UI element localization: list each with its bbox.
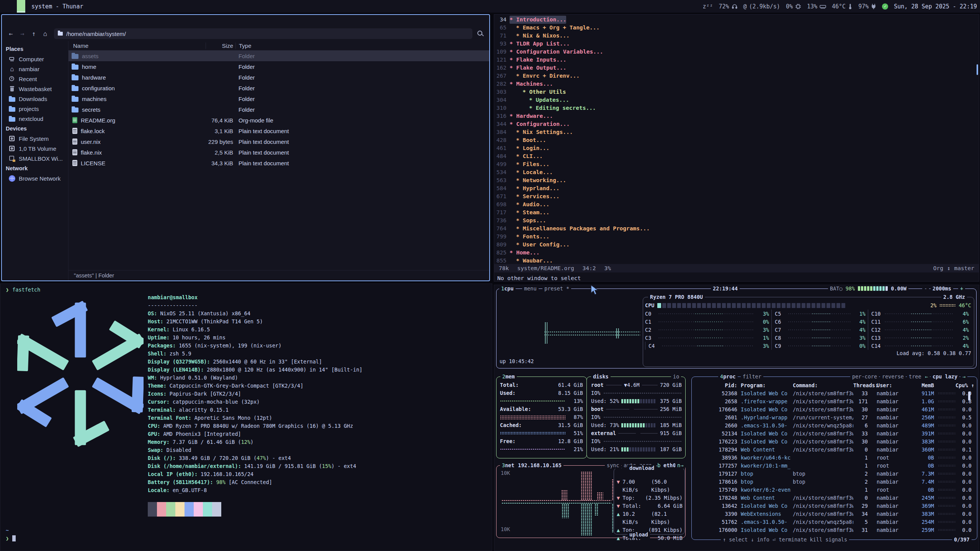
header-cpu[interactable]: Cpu% ↑	[956, 381, 972, 390]
back-button[interactable]: ←	[6, 30, 16, 37]
process-row[interactable]: 176223 Isolated Web Co /nix/store/sm8fmr…	[694, 438, 974, 446]
proc-tab[interactable]: 4proc	[718, 373, 738, 380]
process-row[interactable]: 2658 .firefox-wrappe /nix/store/sm8fmrf3…	[694, 398, 974, 406]
process-row[interactable]: 2660 .emacs-31.0.50- /nix/store/wnqz5pa8…	[694, 422, 974, 430]
proc-footer-actions[interactable]: ↑ select ↓ info ⏎ terminate kill signals	[721, 536, 849, 543]
org-heading-line[interactable]: 428 * Boot...	[496, 136, 979, 144]
sidebar-device-item[interactable]: File System	[2, 134, 68, 143]
home-button[interactable]: ⌂	[40, 30, 50, 37]
file-row[interactable]: assets Folder	[69, 51, 489, 61]
proc-tree-toggle[interactable]: tree	[907, 373, 923, 380]
fastfetch-terminal[interactable]: ❯fastfetch nambiar@smallbox ------------…	[0, 284, 492, 551]
process-row[interactable]: 178248 Web Content /nix/store/sm8fmrf3wp…	[694, 494, 974, 502]
org-heading-line[interactable]: 736 * Sops...	[496, 217, 979, 225]
path-bar[interactable]: /home/nambiar/system/	[54, 28, 472, 39]
org-heading-line[interactable]: 303 * Other Utils	[496, 88, 979, 96]
org-heading-line[interactable]: 109 * Configuration Variables...	[496, 48, 979, 56]
file-row[interactable]: user.nix 229 bytes Plain text document	[69, 136, 489, 147]
file-row[interactable]: machines Folder	[69, 93, 489, 104]
btop-terminal[interactable]: 1cpu menu preset * 22:19:44 BAT○ 98% 0.0…	[494, 285, 979, 551]
menu-button[interactable]: menu	[522, 285, 539, 292]
sidebar-place-item[interactable]: Computer	[2, 54, 68, 64]
org-heading-line[interactable]: 93 * TLDR App List...	[496, 40, 979, 48]
org-heading-line[interactable]: 71 * Nix & Nixos...	[496, 32, 979, 40]
process-row[interactable]: 13642 Isolated Web Co /nix/store/sm8fmrf…	[694, 502, 974, 510]
process-row[interactable]: 38936 kworker/u64:6-kc 1 root 0B 0.0	[694, 454, 974, 462]
org-heading-line[interactable]: 809 * User Config...	[496, 241, 979, 249]
org-heading-line[interactable]: 534 * Locale...	[496, 168, 979, 176]
header-command[interactable]: Command:	[793, 381, 853, 390]
up-button[interactable]: ↑	[29, 30, 39, 37]
sidebar-place-item[interactable]: ⌂ nambiar	[2, 64, 68, 74]
org-heading-line[interactable]: 344 * Configuration...	[496, 120, 979, 128]
sidebar-place-item[interactable]: Downloads	[2, 94, 68, 104]
sidebar-place-item[interactable]: Wastebasket	[2, 84, 68, 94]
process-row[interactable]: 3390 WebExtensions /nix/store/sm8fmrf3wp…	[694, 510, 974, 518]
org-heading-line[interactable]: 825 * Home...	[496, 249, 979, 257]
disks-tab[interactable]: disks	[591, 373, 611, 380]
org-heading-line[interactable]: 267 * Envrc + Direnv...	[496, 72, 979, 80]
process-row[interactable]: 175749 kworker/6:2-even 1 root 0B 0.0	[694, 486, 974, 494]
column-name[interactable]: Name	[69, 42, 206, 49]
emacs-modeline[interactable]: 78k system/README.org 34:2 3% Org ↕ mast…	[494, 264, 979, 272]
org-heading-line[interactable]: 34 * Introduction...	[496, 16, 979, 24]
proc-filter-button[interactable]: filter	[741, 373, 763, 380]
org-heading-line[interactable]: 282 * Machines...	[496, 80, 979, 88]
proc-sort-prev[interactable]: ←	[923, 373, 930, 380]
process-row[interactable]: 179127 btop btop 2 nambiar 7.3M 0.0	[694, 470, 974, 478]
file-row[interactable]: flake.nix 2,5 KiB Plain text document	[69, 147, 489, 158]
search-button[interactable]	[475, 29, 485, 39]
org-heading-line[interactable]: 65 * Emacs + Org + Tangle...	[496, 24, 979, 32]
process-row[interactable]: 176646 Isolated Web Co /nix/store/sm8fmr…	[694, 406, 974, 414]
org-heading-line[interactable]: 304 * Updates...	[496, 96, 979, 104]
process-row[interactable]: 178616 btop btop 2 nambiar 7.4M 0.0	[694, 478, 974, 486]
column-size[interactable]: Size	[206, 42, 235, 49]
process-row[interactable]: 176000 Isolated Web Co /nix/store/sm8fmr…	[694, 526, 974, 534]
org-heading-line[interactable]: 499 * Files...	[496, 160, 979, 168]
column-type[interactable]: Type	[235, 42, 489, 49]
sidebar-network-item[interactable]: Browse Network	[2, 173, 68, 183]
sidebar-place-item[interactable]: projects	[2, 104, 68, 114]
file-row[interactable]: configuration Folder	[69, 83, 489, 93]
proc-reverse-toggle[interactable]: reverse	[880, 373, 906, 380]
process-row[interactable]: 178294 Web Content /nix/store/sm8fmrf3wp…	[694, 446, 974, 454]
file-row[interactable]: flake.lock 3,1 KiB Plain text document	[69, 126, 489, 136]
interval-minus[interactable]: -	[922, 285, 929, 292]
workspace-button[interactable]	[0, 0, 8, 13]
emacs-window[interactable]: 34 * Introduction... 65 * Emacs + Org + …	[494, 14, 979, 282]
net-sync-button[interactable]: sync	[605, 462, 621, 469]
proc-sort-next[interactable]: →	[960, 373, 967, 380]
workspace-button[interactable]	[17, 0, 25, 13]
header-pid[interactable]: Pid:	[694, 381, 737, 390]
org-heading-line[interactable]: 121 * Flake Inputs...	[496, 56, 979, 64]
workspace-button[interactable]	[8, 0, 17, 13]
proc-percore-toggle[interactable]: per-core	[850, 373, 879, 380]
org-heading-line[interactable]: 584 * Hyprland...	[496, 184, 979, 192]
org-heading-line[interactable]: 855 * Waubar...	[496, 257, 979, 265]
process-row[interactable]: 52368 Isolated Web Co /nix/store/sm8fmrf…	[694, 390, 974, 398]
io-tab[interactable]: io	[671, 373, 681, 380]
header-program[interactable]: Program:	[741, 381, 791, 390]
sidebar-place-item[interactable]: Recent	[2, 74, 68, 84]
preset-button[interactable]: preset *	[542, 285, 571, 292]
header-mem[interactable]: MemB	[911, 381, 934, 390]
org-heading-line[interactable]: 461 * Login...	[496, 144, 979, 152]
shell-prompt[interactable]: ~ ❯	[6, 527, 16, 543]
file-row[interactable]: home Folder	[69, 61, 489, 72]
header-threads[interactable]: Threads:	[853, 381, 868, 390]
org-heading-line[interactable]: 563 * Networking...	[496, 176, 979, 184]
forward-button[interactable]: →	[17, 30, 27, 37]
process-row[interactable]: 52134 Isolated Web Co /nix/store/sm8fmrf…	[694, 430, 974, 438]
org-heading-line[interactable]: 698 * Audio...	[496, 201, 979, 209]
mem-tab[interactable]: 2mem	[500, 373, 517, 380]
sidebar-place-item[interactable]: nextcloud	[2, 114, 68, 124]
net-next-iface-button[interactable]: n→	[675, 462, 685, 469]
process-scrollbar-thumb[interactable]	[968, 391, 970, 401]
org-heading-line[interactable]: 310 * Editing secrets...	[496, 104, 979, 112]
org-heading-line[interactable]: 764 * Miscellaneous Packages and Program…	[496, 225, 979, 233]
process-row[interactable]: 2601 .Hyprland-wrapp /run/current-system…	[694, 414, 974, 422]
org-heading-line[interactable]: 384 * Nix Settings...	[496, 128, 979, 136]
org-heading-line[interactable]: 162 * Flake Output...	[496, 64, 979, 72]
net-tab[interactable]: 3net	[500, 462, 516, 469]
org-heading-line[interactable]: 717 * Steam...	[496, 209, 979, 217]
